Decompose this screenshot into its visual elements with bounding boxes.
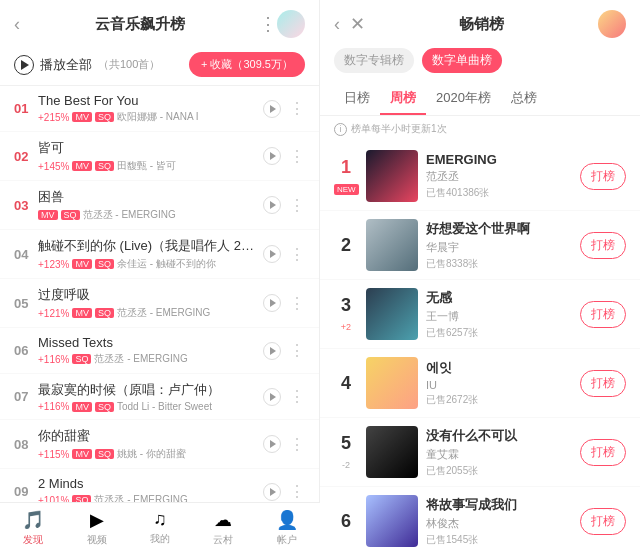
- song-sub: +123%MVSQ余佳运 - 触碰不到的你: [38, 257, 263, 271]
- chart-thumb[interactable]: [366, 357, 418, 409]
- song-info[interactable]: 困兽 MVSQ范丞丞 - EMERGING: [38, 188, 263, 222]
- period-tab-总榜[interactable]: 总榜: [501, 83, 547, 115]
- song-item: 05 过度呼吸 +121%MVSQ范丞丞 - EMERGING ⋮: [0, 279, 319, 328]
- chart-thumb[interactable]: [366, 288, 418, 340]
- nav-item-发现[interactable]: 🎵 发现: [22, 509, 44, 547]
- song-info[interactable]: Missed Texts +116%SQ范丞丞 - EMERGING: [38, 335, 263, 366]
- song-sub: MVSQ范丞丞 - EMERGING: [38, 208, 263, 222]
- play-small-icon[interactable]: [263, 388, 281, 406]
- song-tag: MV: [72, 449, 92, 459]
- chart-sales: 已售2055张: [426, 464, 572, 478]
- play-small-icon[interactable]: [263, 294, 281, 312]
- song-tag: SQ: [95, 308, 114, 318]
- chart-info[interactable]: 에잇 IU 已售2672张: [426, 359, 572, 407]
- chart-info[interactable]: 没有什么不可以 童艾霖 已售2055张: [426, 427, 572, 478]
- more-dots-icon[interactable]: ⋮: [289, 147, 305, 166]
- song-info[interactable]: 触碰不到的你 (Live)（我是唱作人 2… +123%MVSQ余佳运 - 触碰…: [38, 237, 263, 271]
- song-artist: 范丞丞 - EMERGING: [117, 306, 210, 320]
- chart-action-button[interactable]: 打榜: [580, 163, 626, 190]
- play-small-icon[interactable]: [263, 100, 281, 118]
- song-item: 06 Missed Texts +116%SQ范丞丞 - EMERGING ⋮: [0, 328, 319, 374]
- song-info[interactable]: 最寂寞的时候（原唱：卢广仲） +116%MVSQTodd Li - Bitter…: [38, 381, 263, 412]
- song-actions: ⋮: [263, 245, 305, 264]
- nav-icon: ▶: [90, 509, 104, 531]
- right-avatar[interactable]: [598, 10, 626, 38]
- play-small-icon[interactable]: [263, 196, 281, 214]
- nav-item-帐户[interactable]: 👤 帐户: [276, 509, 298, 547]
- left-header: ‹ 云音乐飙升榜 ⋮: [0, 0, 319, 44]
- more-dots-icon[interactable]: ⋮: [289, 387, 305, 406]
- song-info[interactable]: The Best For You +215%MVSQ欧阳娜娜 - NANA I: [38, 93, 263, 124]
- period-tab-周榜[interactable]: 周榜: [380, 83, 426, 115]
- song-artist: 范丞丞 - EMERGING: [94, 352, 187, 366]
- song-artist: 范丞丞 - EMERGING: [83, 208, 176, 222]
- song-actions: ⋮: [263, 435, 305, 454]
- tri-icon: [270, 347, 276, 355]
- chart-list: 1 NEW EMERGING 范丞丞 已售401386张 打榜 2 好想爱这个世…: [320, 142, 640, 552]
- avatar[interactable]: [277, 10, 305, 38]
- song-sub: +101%SQ范丞丞 - EMERGING: [38, 493, 263, 502]
- more-dots-icon[interactable]: ⋮: [289, 435, 305, 454]
- period-tab-2020年榜[interactable]: 2020年榜: [426, 83, 501, 115]
- play-small-icon[interactable]: [263, 435, 281, 453]
- nav-item-视频[interactable]: ▶ 视频: [87, 509, 107, 547]
- right-back-icon[interactable]: ‹: [334, 14, 340, 35]
- rank-change: +2: [341, 322, 351, 332]
- chart-action-button[interactable]: 打榜: [580, 301, 626, 328]
- chart-thumb[interactable]: [366, 495, 418, 547]
- chart-thumb[interactable]: [366, 150, 418, 202]
- pct-badge: +123%: [38, 259, 69, 270]
- play-small-icon[interactable]: [263, 147, 281, 165]
- play-small-icon[interactable]: [263, 342, 281, 360]
- more-icon[interactable]: ⋮: [259, 13, 277, 35]
- chart-sales: 已售2672张: [426, 393, 572, 407]
- chart-rank-col: 4: [334, 373, 358, 394]
- song-title: 最寂寞的时候（原唱：卢广仲）: [38, 381, 263, 399]
- tab-数字专辑榜[interactable]: 数字专辑榜: [334, 48, 414, 73]
- more-dots-icon[interactable]: ⋮: [289, 245, 305, 264]
- more-dots-icon[interactable]: ⋮: [289, 196, 305, 215]
- song-info[interactable]: 2 Minds +101%SQ范丞丞 - EMERGING: [38, 476, 263, 502]
- chart-action-button[interactable]: 打榜: [580, 232, 626, 259]
- nav-item-云村[interactable]: ☁ 云村: [213, 509, 233, 547]
- chart-info[interactable]: 将故事写成我们 林俊杰 已售1545张: [426, 496, 572, 547]
- right-close-icon[interactable]: ✕: [350, 13, 365, 35]
- song-tag: MV: [72, 161, 92, 171]
- more-dots-icon[interactable]: ⋮: [289, 341, 305, 360]
- play-small-icon[interactable]: [263, 483, 281, 501]
- collect-button[interactable]: + 收藏（309.5万）: [189, 52, 305, 77]
- song-info[interactable]: 你的甜蜜 +115%MVSQ姚姚 - 你的甜蜜: [38, 427, 263, 461]
- chart-action-button[interactable]: 打榜: [580, 370, 626, 397]
- song-rank: 05: [14, 296, 38, 311]
- info-icon: i: [334, 123, 347, 136]
- period-tab-日榜[interactable]: 日榜: [334, 83, 380, 115]
- more-dots-icon[interactable]: ⋮: [289, 294, 305, 313]
- chart-rank-num: 6: [334, 511, 358, 532]
- chart-thumb[interactable]: [366, 426, 418, 478]
- chart-info[interactable]: EMERGING 范丞丞 已售401386张: [426, 152, 572, 200]
- more-dots-icon[interactable]: ⋮: [289, 482, 305, 501]
- tab-数字单曲榜[interactable]: 数字单曲榜: [422, 48, 502, 73]
- song-info[interactable]: 过度呼吸 +121%MVSQ范丞丞 - EMERGING: [38, 286, 263, 320]
- chart-thumb[interactable]: [366, 219, 418, 271]
- chart-item: 5 -2 没有什么不可以 童艾霖 已售2055张 打榜: [320, 418, 640, 487]
- play-small-icon[interactable]: [263, 245, 281, 263]
- chart-title: 无感: [426, 289, 572, 307]
- song-title: 困兽: [38, 188, 263, 206]
- song-info[interactable]: 皆可 +145%MVSQ田馥甄 - 皆可: [38, 139, 263, 173]
- song-item: 04 触碰不到的你 (Live)（我是唱作人 2… +123%MVSQ余佳运 -…: [0, 230, 319, 279]
- play-circle-icon[interactable]: [14, 55, 34, 75]
- tri-icon: [270, 440, 276, 448]
- song-rank: 03: [14, 198, 38, 213]
- chart-action-button[interactable]: 打榜: [580, 439, 626, 466]
- rank-change-badge: NEW: [334, 184, 359, 195]
- play-all-left[interactable]: 播放全部 （共100首）: [14, 55, 160, 75]
- song-item: 09 2 Minds +101%SQ范丞丞 - EMERGING ⋮: [0, 469, 319, 502]
- more-dots-icon[interactable]: ⋮: [289, 99, 305, 118]
- chart-info[interactable]: 好想爱这个世界啊 华晨宇 已售8338张: [426, 220, 572, 271]
- chart-info[interactable]: 无感 王一博 已售6257张: [426, 289, 572, 340]
- tri-icon: [270, 250, 276, 258]
- chart-action-button[interactable]: 打榜: [580, 508, 626, 535]
- nav-item-我的[interactable]: ♫ 我的: [150, 509, 170, 546]
- song-actions: ⋮: [263, 196, 305, 215]
